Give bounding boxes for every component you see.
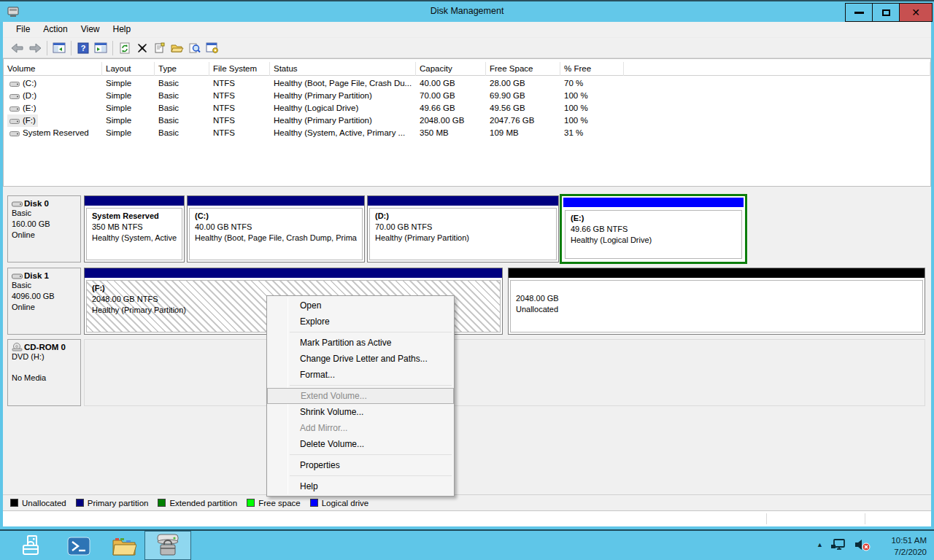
clock-date: 7/2/2020	[891, 546, 927, 558]
drive-icon	[9, 117, 20, 125]
powershell-button[interactable]	[64, 534, 93, 558]
menu-item-properties[interactable]: Properties	[267, 457, 454, 473]
network-icon[interactable]	[830, 538, 846, 551]
drive-icon	[9, 93, 20, 100]
logical-drive-swatch	[310, 499, 318, 507]
menu-item-open[interactable]: Open	[267, 298, 454, 314]
disk-name: CD-ROM 0	[24, 343, 66, 351]
menu-item-help[interactable]: Help	[267, 478, 454, 494]
legend-extended-partition: Extended partition	[158, 499, 237, 508]
column-header-type[interactable]: Type	[155, 62, 209, 76]
partition-d[interactable]: (D:) 70.00 GB NTFS Healthy (Primary Part…	[367, 195, 559, 262]
refresh-button[interactable]	[116, 39, 134, 57]
column-header-volume[interactable]: Volume	[4, 62, 102, 76]
taskbar: ▲ 10:51 AM 7/2/2020	[0, 529, 934, 560]
column-header-file-system[interactable]: File System	[209, 62, 270, 76]
partition-status: Healthy (Boot, Page File, Crash Dump, Pr…	[195, 233, 357, 244]
volume-row-d[interactable]: (D:) Simple Basic NTFS Healthy (Primary …	[4, 90, 930, 102]
show-hidden-icons-button[interactable]: ▲	[817, 541, 823, 548]
help-button[interactable]: ?	[74, 39, 92, 57]
column-header-pct-free[interactable]: % Free	[560, 62, 624, 76]
disk-state: No Media	[12, 373, 77, 384]
close-button[interactable]: ✕	[899, 3, 933, 22]
taskbar-clock[interactable]: 10:51 AM 7/2/2020	[891, 534, 927, 558]
delete-icon	[137, 43, 147, 53]
disk-kind: Basic	[12, 208, 77, 219]
toolbar-separator	[71, 41, 72, 55]
volume-row-f[interactable]: (F:) Simple Basic NTFS Healthy (Primary …	[4, 114, 930, 127]
legend-primary-partition: Primary partition	[76, 499, 149, 508]
column-header-blank	[624, 62, 930, 76]
rescan-disks-button[interactable]	[204, 39, 221, 57]
column-header-layout[interactable]: Layout	[102, 62, 155, 76]
toolbar: ?	[3, 38, 931, 58]
extended-partition-swatch	[158, 499, 166, 507]
menu-item-delete-volume[interactable]: Delete Volume...	[267, 436, 454, 452]
find-button[interactable]	[186, 39, 204, 57]
menu-action[interactable]: Action	[36, 22, 74, 37]
unallocated-swatch	[10, 499, 18, 507]
menu-item-shrink-volume[interactable]: Shrink Volume...	[267, 404, 454, 420]
disk1-label[interactable]: Disk 1 Basic 4096.00 GB Online	[7, 268, 81, 335]
partition-system-reserved[interactable]: System Reserved 350 MB NTFS Healthy (Sys…	[84, 195, 185, 262]
menu-view[interactable]: View	[74, 22, 107, 37]
volume-row-e[interactable]: (E:) Simple Basic NTFS Healthy (Logical …	[4, 102, 930, 114]
volume-list-pane: Volume Layout Type File System Status Ca…	[3, 58, 931, 187]
menu-item-add-mirror: Add Mirror...	[267, 420, 454, 436]
context-menu: Open Explore Mark Partition as Active Ch…	[266, 295, 455, 497]
back-icon	[11, 43, 24, 53]
desktop: Disk Management ✕ File Action View Help …	[0, 0, 934, 560]
menu-item-explore[interactable]: Explore	[267, 314, 454, 330]
menu-item-mark-partition-active[interactable]: Mark Partition as Active	[267, 335, 454, 351]
partition-size: 70.00 GB NTFS	[375, 222, 551, 233]
disk-state: Online	[12, 302, 77, 313]
menu-help[interactable]: Help	[107, 22, 138, 37]
column-header-status[interactable]: Status	[270, 62, 416, 76]
menu-separator	[290, 475, 452, 476]
volume-row-c[interactable]: (C:) Simple Basic NTFS Healthy (Boot, Pa…	[4, 77, 930, 90]
properties-icon	[154, 42, 166, 54]
disk-management-button[interactable]	[144, 531, 191, 560]
volume-name: (E:)	[23, 102, 36, 114]
show-action-pane-button[interactable]	[92, 39, 109, 57]
server-manager-button[interactable]	[18, 534, 47, 558]
drive-icon	[9, 105, 20, 112]
title-bar: Disk Management ✕	[0, 0, 934, 22]
partition-title: System Reserved	[92, 211, 177, 222]
disk0-label[interactable]: Disk 0 Basic 160.00 GB Online	[7, 195, 81, 262]
column-header-free-space[interactable]: Free Space	[486, 62, 560, 76]
primary-partition-band	[85, 268, 502, 278]
menu-item-format[interactable]: Format...	[267, 367, 454, 383]
minimize-button[interactable]	[845, 3, 873, 22]
volume-row-system-reserved[interactable]: System Reserved Simple Basic NTFS Health…	[4, 127, 930, 139]
column-header-capacity[interactable]: Capacity	[416, 62, 486, 76]
volume-muted-icon[interactable]	[854, 538, 871, 551]
show-console-tree-button[interactable]	[50, 39, 68, 57]
partition-c[interactable]: (C:) 40.00 GB NTFS Healthy (Boot, Page F…	[187, 195, 365, 262]
cdrom0-label[interactable]: CD-ROM 0 DVD (H:) No Media	[7, 339, 81, 406]
file-explorer-button[interactable]	[109, 534, 139, 558]
menu-item-extend-volume: Extend Volume...	[267, 388, 454, 404]
powershell-icon	[67, 537, 90, 556]
cdrom-media-area	[84, 339, 925, 406]
delete-button[interactable]	[134, 39, 151, 57]
properties-button[interactable]	[151, 39, 169, 57]
toolbar-separator	[112, 41, 113, 55]
disk-name: Disk 0	[24, 199, 49, 208]
maximize-icon	[882, 9, 890, 16]
maximize-button[interactable]	[872, 3, 900, 22]
partition-title: (D:)	[375, 211, 551, 222]
system-tray: ▲	[817, 538, 871, 551]
back-button	[9, 39, 26, 57]
disk-icon	[12, 272, 23, 280]
forward-button	[26, 39, 44, 57]
disk-icon	[12, 200, 23, 208]
menu-file[interactable]: File	[9, 22, 36, 37]
menu-item-change-drive-letter[interactable]: Change Drive Letter and Paths...	[267, 351, 454, 367]
disk-kind: DVD (H:)	[12, 351, 77, 362]
partition-e-extended[interactable]: (E:) 49.66 GB NTFS Healthy (Logical Driv…	[560, 194, 747, 264]
primary-partition-band	[188, 196, 364, 206]
open-button[interactable]	[169, 39, 186, 57]
menu-separator	[290, 385, 452, 386]
partition-unallocated[interactable]: 2048.00 GB Unallocated	[508, 268, 925, 335]
